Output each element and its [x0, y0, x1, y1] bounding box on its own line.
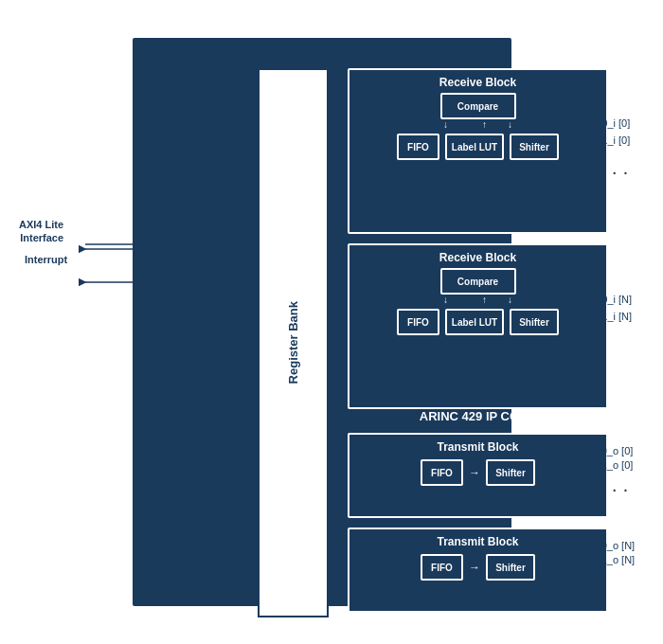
register-bank: Register Bank: [258, 68, 329, 617]
rx-1-i-0-label: rx_1_i [0]: [587, 134, 630, 146]
receive-block-1: Receive Block Compare ↓ ↑ ↓ FIFO Label L…: [348, 68, 608, 234]
transmit-block-2-title: Transmit Block: [349, 529, 606, 548]
receive-block-2-fifo: FIFO: [397, 309, 439, 335]
receive-block-2-shifter: Shifter: [510, 309, 559, 335]
axi4-label: AXI4 LiteInterface: [19, 218, 63, 245]
interrupt-label: Interrupt: [25, 254, 67, 265]
transmit-block-2-shifter: Shifter: [486, 554, 535, 581]
dots-2: · · ·: [601, 483, 629, 498]
rx-1-i-n-label: rx_1_i [N]: [587, 311, 632, 322]
arinc-label: ARINC 429 IP CORE: [348, 409, 608, 423]
tx-1-o-n-label: tx_1_o [N]: [587, 554, 635, 565]
rx-0-i-n-label: rx_0_i [N]: [587, 294, 632, 305]
transmit-block-1-title: Transmit Block: [349, 435, 606, 454]
receive-block-1-compare: Compare: [440, 93, 516, 119]
main-block: Register Bank Receive Block Compare ↓ ↑ …: [133, 38, 511, 606]
transmit-block-2: Transmit Block FIFO → Shifter: [348, 528, 608, 613]
receive-block-2-compare: Compare: [440, 268, 516, 295]
receive-block-2-label-lut: Label LUT: [445, 309, 504, 335]
interrupt-label-container: Interrupt: [25, 254, 67, 265]
tx-1-o-0-label: tx_1_o [0]: [587, 459, 633, 471]
tx-0-o-0-label: tx_0_o [0]: [587, 445, 633, 456]
receive-block-1-fifo: FIFO: [397, 134, 439, 160]
transmit-block-1: Transmit Block FIFO → Shifter: [348, 433, 608, 518]
receive-block-1-shifter: Shifter: [510, 134, 559, 160]
rx-0-i-0-label: rx_0_i [0]: [587, 117, 630, 129]
receive-block-1-label-lut: Label LUT: [445, 134, 504, 160]
diagram-container: Register Bank Receive Block Compare ↓ ↑ …: [19, 19, 644, 625]
transmit-block-1-shifter: Shifter: [486, 459, 535, 486]
register-bank-label: Register Bank: [286, 301, 301, 384]
receive-block-1-title: Receive Block: [349, 70, 606, 89]
axi4-label-container: AXI4 LiteInterface: [19, 218, 63, 245]
transmit-block-1-fifo: FIFO: [421, 459, 463, 486]
receive-block-2: Receive Block Compare ↓ ↑ ↓ FIFO Label L…: [348, 243, 608, 409]
receive-block-2-title: Receive Block: [349, 245, 606, 264]
tx-0-o-n-label: tx_0_o [N]: [587, 540, 635, 551]
transmit-block-2-fifo: FIFO: [421, 554, 463, 581]
dots-1: · · ·: [601, 166, 629, 181]
